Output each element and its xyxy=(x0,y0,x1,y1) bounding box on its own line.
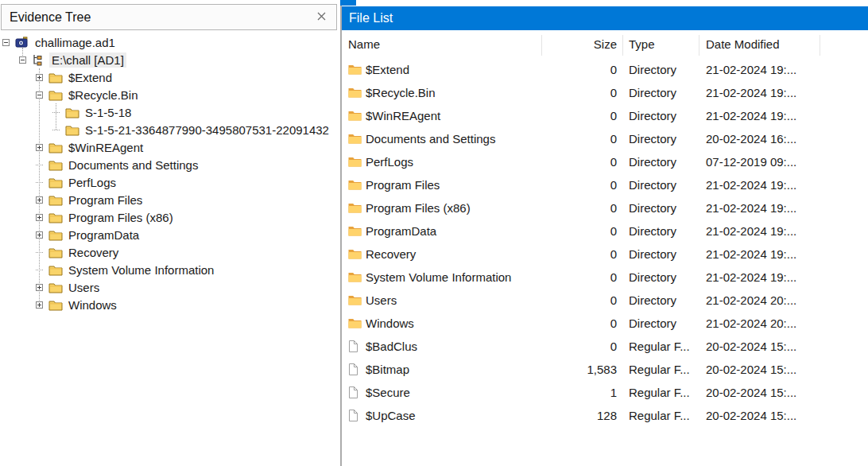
column-separator[interactable] xyxy=(820,35,820,56)
evidence-tree-titlebar: Evidence Tree xyxy=(1,4,337,30)
tree-item[interactable]: Program Files xyxy=(0,191,340,208)
file-name-label: $Extend xyxy=(366,63,409,76)
folder-flat-icon xyxy=(348,87,362,98)
tree-item[interactable]: Documents and Settings xyxy=(0,156,340,173)
folder-classic-icon xyxy=(65,107,79,118)
file-size-cell: 0 xyxy=(501,312,617,335)
expand-plus-icon[interactable] xyxy=(36,301,43,309)
file-list-row[interactable]: Documents and Settings0Directory20-02-20… xyxy=(342,127,868,150)
file-type-cell: Directory xyxy=(629,243,700,266)
file-list-row[interactable]: $UpCase128Regular F...20-02-2024 15:... xyxy=(342,404,868,427)
file-list-panel: File List Name Size Type Date Modified $… xyxy=(342,0,868,466)
expand-plus-icon[interactable] xyxy=(36,144,43,151)
column-separator[interactable] xyxy=(541,35,542,56)
file-list-row[interactable]: Users0Directory21-02-2024 20:... xyxy=(342,289,868,312)
file-name-label: ProgramData xyxy=(366,224,436,238)
file-date-modified-cell: 21-02-2024 19:... xyxy=(706,104,820,127)
column-separator[interactable] xyxy=(622,35,623,56)
file-name-label: $BadClus xyxy=(366,340,417,353)
file-size-cell: 0 xyxy=(501,58,617,81)
folder-flat-icon xyxy=(348,318,362,328)
expand-plus-icon[interactable] xyxy=(36,74,43,81)
file-list-header: Name Size Type Date Modified xyxy=(342,30,868,58)
close-icon xyxy=(316,10,327,25)
file-name-label: $Recycle.Bin xyxy=(366,86,436,99)
tree-item-label: Program Files xyxy=(66,192,145,208)
tree-connector-line xyxy=(36,165,43,165)
tree-item[interactable]: S-1-5-18 xyxy=(0,103,340,121)
column-header-type[interactable]: Type xyxy=(629,30,696,58)
file-list-row[interactable]: $BadClus0Regular F...20-02-2024 15:... xyxy=(342,335,868,358)
column-separator[interactable] xyxy=(699,35,699,56)
tree-item-label: $Recycle.Bin xyxy=(66,87,141,103)
folder-flat-icon xyxy=(348,134,362,144)
tree-item[interactable]: $Recycle.Bin xyxy=(0,86,340,103)
tree-item[interactable]: S-1-5-21-3364877990-3495807531-22091432 xyxy=(0,121,340,138)
file-type-cell: Regular F... xyxy=(629,404,700,427)
file-list-row[interactable]: $Bitmap1,583Regular F...20-02-2024 15:..… xyxy=(342,358,868,381)
tree-item[interactable]: Program Files (x86) xyxy=(0,208,340,226)
file-list-row[interactable]: $WinREAgent0Directory21-02-2024 19:... xyxy=(342,104,868,127)
tree-item-label: S-1-5-18 xyxy=(83,105,134,120)
file-list-row[interactable]: Program Files0Directory21-02-2024 19:... xyxy=(342,173,868,196)
folder-flat-icon xyxy=(348,111,362,121)
file-list-row[interactable]: Program Files (x86)0Directory21-02-2024 … xyxy=(342,196,868,219)
file-icon xyxy=(348,340,362,352)
file-name-label: Users xyxy=(366,293,397,307)
tree-item[interactable]: challimage.ad1 xyxy=(0,33,340,51)
tree-item[interactable]: Recovery xyxy=(0,243,340,261)
folder-classic-icon xyxy=(48,212,63,223)
file-size-cell: 1 xyxy=(501,381,617,404)
tree-item[interactable]: $WinREAgent xyxy=(0,138,340,156)
file-size-cell: 0 xyxy=(501,289,617,312)
folder-classic-icon xyxy=(48,247,63,258)
folder-classic-icon xyxy=(48,194,63,206)
file-date-modified-cell: 20-02-2024 15:... xyxy=(706,404,820,427)
file-size-cell: 0 xyxy=(501,219,617,243)
file-size-cell: 0 xyxy=(501,127,617,150)
ftk-imager-window: Evidence Tree challimage.ad1E:\chall [AD… xyxy=(0,0,868,466)
file-name-label: $WinREAgent xyxy=(366,109,440,122)
tree-item[interactable]: Windows xyxy=(0,296,340,313)
folder-classic-icon xyxy=(48,72,63,83)
file-list-row[interactable]: Recovery0Directory21-02-2024 19:... xyxy=(342,243,868,266)
file-date-modified-cell: 21-02-2024 19:... xyxy=(706,58,820,81)
file-date-modified-cell: 21-02-2024 19:... xyxy=(706,173,820,196)
file-type-cell: Regular F... xyxy=(629,335,700,358)
tree-connector-line xyxy=(52,130,60,130)
file-list-row[interactable]: $Extend0Directory21-02-2024 19:... xyxy=(342,58,868,81)
file-size-cell: 128 xyxy=(501,404,617,427)
tree-item[interactable]: ProgramData xyxy=(0,226,340,243)
file-list-row[interactable]: Windows0Directory21-02-2024 20:... xyxy=(342,312,868,335)
expand-plus-icon[interactable] xyxy=(36,214,43,221)
file-name-label: System Volume Information xyxy=(366,270,511,284)
file-list-row[interactable]: System Volume Information0Directory21-02… xyxy=(342,266,868,289)
tree-item[interactable]: E:\chall [AD1] xyxy=(0,51,340,68)
tree-item[interactable]: Users xyxy=(0,278,340,296)
file-list-row[interactable]: ProgramData0Directory21-02-2024 19:... xyxy=(342,219,868,243)
file-size-cell: 0 xyxy=(501,81,617,104)
file-list-row[interactable]: PerfLogs0Directory07-12-2019 09:... xyxy=(342,150,868,173)
file-type-cell: Directory xyxy=(629,58,700,81)
evidence-tree-panel: Evidence Tree challimage.ad1E:\chall [AD… xyxy=(0,0,340,466)
file-list-title: File List xyxy=(349,11,393,25)
file-size-cell: 0 xyxy=(501,104,617,127)
folder-classic-icon xyxy=(48,159,63,171)
collapse-minus-icon[interactable] xyxy=(36,91,43,99)
tree-item[interactable]: System Volume Information xyxy=(0,261,340,278)
column-header-size[interactable]: Size xyxy=(461,30,617,58)
close-pane-button[interactable] xyxy=(314,10,328,25)
tree-item[interactable]: PerfLogs xyxy=(0,173,340,191)
expand-plus-icon[interactable] xyxy=(36,196,43,204)
expand-plus-icon[interactable] xyxy=(36,284,43,291)
column-header-date-modified[interactable]: Date Modified xyxy=(706,30,820,58)
expand-plus-icon[interactable] xyxy=(36,231,43,239)
collapse-minus-icon[interactable] xyxy=(2,39,10,46)
collapse-minus-icon[interactable] xyxy=(19,56,26,64)
tree-item-label: PerfLogs xyxy=(66,175,118,190)
tree-connector-line xyxy=(36,252,43,253)
tree-item[interactable]: $Extend xyxy=(0,68,340,86)
file-list-row[interactable]: $Recycle.Bin0Directory21-02-2024 19:... xyxy=(342,81,868,104)
file-list-row[interactable]: $Secure1Regular F...20-02-2024 15:... xyxy=(342,381,868,404)
tree-item-label: S-1-5-21-3364877990-3495807531-22091432 xyxy=(83,122,331,138)
